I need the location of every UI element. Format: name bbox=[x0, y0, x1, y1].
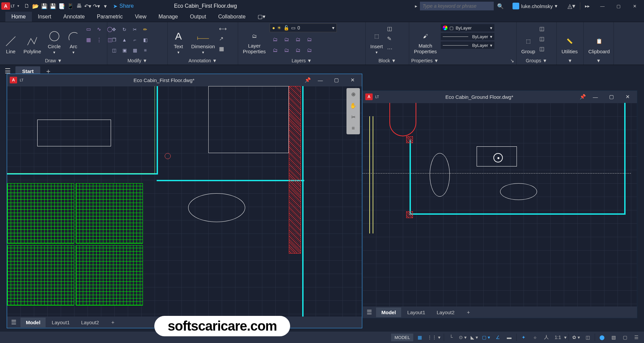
doc2-tab-layout1[interactable]: Layout1 bbox=[402, 307, 430, 317]
stretch-icon[interactable]: ◫ bbox=[109, 46, 119, 55]
doc2-canvas[interactable] bbox=[363, 103, 637, 306]
doc1-tab-layout1[interactable]: Layout1 bbox=[46, 318, 75, 327]
dimension-button[interactable]: Dimension▼ bbox=[189, 23, 218, 56]
layer-change-icon[interactable]: 🗂 bbox=[304, 45, 315, 55]
ortho-icon[interactable]: └ bbox=[446, 333, 456, 342]
tab-parametric[interactable]: Parametric bbox=[91, 12, 129, 22]
circle-button[interactable]: Circle▼ bbox=[45, 23, 63, 56]
drawer-icon[interactable]: ☰ bbox=[11, 319, 16, 326]
lineweight-dropdown[interactable]: ByLayer▾ bbox=[441, 33, 494, 40]
panel-title-clipboard[interactable]: ▼ bbox=[586, 57, 611, 65]
layer-lock-icon[interactable]: 🗂 bbox=[304, 34, 315, 44]
document-window-1[interactable]: ALT Eco Cabin_First Floor.dwg* 📌 — ▢ ✕ ⊕… bbox=[7, 74, 362, 328]
match-properties-button[interactable]: 🖌Match Properties bbox=[411, 23, 439, 56]
undo-icon[interactable]: ↶▾ bbox=[84, 2, 92, 10]
spline-icon[interactable]: ∿ bbox=[94, 24, 104, 34]
expand-icon[interactable]: ▸▸ bbox=[585, 3, 590, 9]
array-icon[interactable]: ▦ bbox=[130, 46, 140, 55]
isolate-icon[interactable]: ▧ bbox=[608, 333, 619, 342]
document-window-2[interactable]: ALT Eco Cabin_Ground Floor.dwg* 📌 — ▢ ✕ … bbox=[362, 90, 637, 318]
tab-view[interactable]: View bbox=[129, 12, 152, 22]
table-icon[interactable]: ▦ bbox=[219, 46, 229, 54]
layer-prev-icon[interactable]: 🗂 bbox=[281, 45, 292, 55]
edit-attr-icon[interactable]: ⋯ bbox=[387, 46, 397, 54]
otrack-icon[interactable]: ∠ bbox=[493, 333, 503, 342]
pin-icon[interactable]: 📌 bbox=[305, 77, 311, 83]
offset-icon[interactable]: ≡ bbox=[141, 46, 150, 55]
maximize-icon[interactable]: ▢ bbox=[330, 77, 343, 83]
arc-button[interactable]: Arc▼ bbox=[65, 23, 82, 56]
autodesk-icon[interactable]: ◬▾ bbox=[568, 2, 575, 10]
hatch-icon[interactable]: ▦ bbox=[84, 35, 94, 45]
navigation-bar[interactable]: ⊕ ✋ ✂ ≡ bbox=[346, 88, 360, 134]
group-button[interactable]: ⬚Group bbox=[519, 23, 538, 56]
group-bbox-icon[interactable]: ◫ bbox=[539, 46, 548, 54]
panel-title-annotation[interactable]: Annotation ▼ bbox=[170, 57, 236, 65]
panel-title-groups[interactable]: Groups ▼ bbox=[519, 57, 554, 65]
annotation-monitor-icon[interactable]: 人 bbox=[541, 333, 551, 342]
osnap-icon[interactable]: ▢ ▾ bbox=[481, 333, 491, 342]
layer-off-icon[interactable]: 🗂 bbox=[270, 34, 280, 44]
tab-output[interactable]: Output bbox=[184, 12, 212, 22]
layer-match-icon[interactable]: 🗂 bbox=[270, 45, 280, 55]
doc2-add-layout[interactable]: ＋ bbox=[461, 307, 476, 318]
doc1-add-layout[interactable]: ＋ bbox=[105, 317, 121, 328]
isoplane-icon[interactable]: ◣ ▾ bbox=[469, 333, 479, 342]
user-menu[interactable]: luke.cholmsky ▾ bbox=[513, 3, 557, 9]
tab-manage[interactable]: Manage bbox=[153, 12, 184, 22]
search-icon[interactable]: 🔍 bbox=[497, 3, 504, 9]
tab-collaborate[interactable]: Collaborate bbox=[212, 12, 252, 22]
share-button[interactable]: ➤ Share bbox=[113, 3, 134, 9]
maximize-icon[interactable]: ▢ bbox=[605, 94, 618, 100]
web-mobile-icon[interactable]: 📑 bbox=[57, 2, 66, 10]
panel-title-modify[interactable]: Modify ▼ bbox=[109, 57, 165, 65]
workspace-switch-icon[interactable]: ✿ ▾ bbox=[571, 333, 581, 342]
minimize-icon[interactable]: — bbox=[589, 94, 602, 100]
customize-icon[interactable]: ☰ bbox=[631, 333, 641, 342]
tab-home[interactable]: Home bbox=[5, 12, 32, 22]
minimize-icon[interactable]: — bbox=[314, 77, 327, 83]
color-dropdown[interactable]: ▢ByLayer▾ bbox=[441, 24, 494, 31]
app-logo[interactable]: A bbox=[1, 2, 10, 10]
rectangle-icon[interactable]: ▭ bbox=[84, 24, 94, 34]
panel-title-utilities[interactable]: ▼ bbox=[559, 57, 581, 65]
clipboard-button[interactable]: 📋Clipboard bbox=[586, 23, 612, 56]
units-icon[interactable]: ◫ bbox=[583, 333, 593, 342]
linear-dim-icon[interactable]: ⟷ bbox=[219, 25, 229, 34]
insert-block-button[interactable]: ⬚Insert▼ bbox=[368, 23, 386, 56]
move-icon[interactable]: ✥ bbox=[109, 25, 119, 34]
point-icon[interactable]: ⋮ bbox=[94, 35, 104, 45]
cycling-icon[interactable]: ⟐ bbox=[530, 333, 540, 342]
scale-icon[interactable]: ▣ bbox=[120, 46, 129, 55]
copy-icon[interactable]: ❐ bbox=[109, 35, 119, 45]
panel-title-properties[interactable]: Properties ▼↘ bbox=[411, 57, 514, 65]
pin-icon[interactable]: 📌 bbox=[580, 94, 586, 100]
layer-iso-icon[interactable]: 🗂 bbox=[281, 34, 292, 44]
rotate-icon[interactable]: ↻ bbox=[120, 25, 129, 34]
app-menu-dropdown-icon[interactable]: ▼ bbox=[17, 4, 20, 8]
utilities-button[interactable]: 📏Utilities bbox=[559, 23, 580, 56]
mobile-icon[interactable]: 📱 bbox=[66, 2, 75, 10]
group-edit-icon[interactable]: ◫ bbox=[539, 36, 548, 44]
polar-icon[interactable]: ⊙ ▾ bbox=[458, 333, 468, 342]
layer-state-icon[interactable]: 🗂 bbox=[292, 45, 303, 55]
doc2-tab-model[interactable]: Model bbox=[376, 307, 401, 317]
panel-title-layers[interactable]: Layers ▼ bbox=[240, 57, 363, 65]
qat-dropdown-icon[interactable]: ▾ bbox=[101, 2, 110, 10]
current-layer-dropdown[interactable]: ● ☀ 🔓 ▭ 0 ▾ bbox=[270, 23, 337, 32]
line-button[interactable]: Line bbox=[2, 23, 19, 56]
close-icon[interactable]: ✕ bbox=[621, 94, 634, 100]
linetype-dropdown[interactable]: ByLayer▾ bbox=[441, 42, 494, 49]
annotation-scale-label[interactable]: 1:1 bbox=[553, 333, 563, 342]
text-button[interactable]: AText▼ bbox=[170, 23, 187, 56]
doc1-tab-layout2[interactable]: Layout2 bbox=[76, 318, 104, 327]
drawer-icon[interactable]: ☰ bbox=[367, 308, 372, 316]
grid-toggle-icon[interactable]: ▦ bbox=[415, 333, 425, 342]
layer-properties-button[interactable]: 🗂Layer Properties bbox=[240, 23, 268, 56]
doc2-titlebar[interactable]: ALT Eco Cabin_Ground Floor.dwg* 📌 — ▢ ✕ bbox=[363, 91, 637, 103]
lineweight-icon[interactable]: ▬ bbox=[504, 333, 514, 342]
leader-icon[interactable]: ↗ bbox=[219, 36, 229, 44]
fillet-icon[interactable]: ⌐ bbox=[130, 35, 140, 45]
redo-icon[interactable]: ↷▾ bbox=[92, 2, 101, 10]
doc1-canvas[interactable]: ⊕ ✋ ✂ ≡ bbox=[7, 86, 362, 317]
